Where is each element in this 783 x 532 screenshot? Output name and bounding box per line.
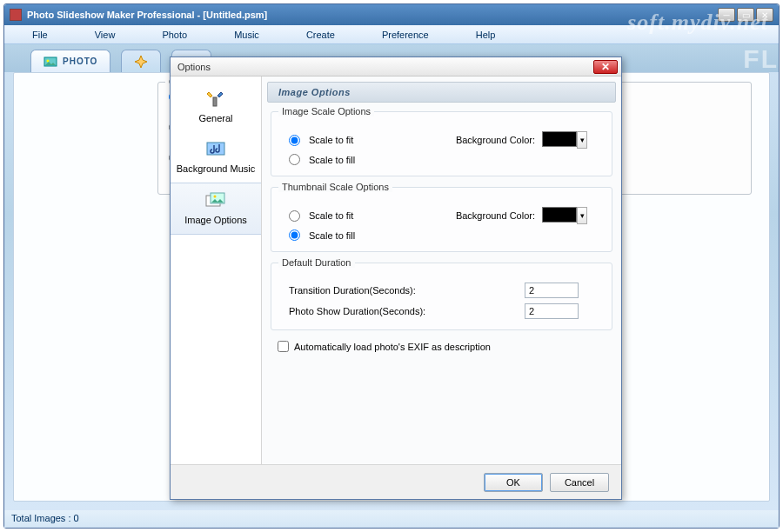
menu-view[interactable]: View [88, 25, 123, 43]
tab-photo[interactable]: PHOTO [30, 50, 110, 72]
tools-icon [204, 89, 228, 110]
nav-background-music[interactable]: Background Music [171, 132, 261, 183]
dialog-titlebar[interactable]: Options ✕ [171, 57, 621, 76]
section-title: Thumbnail Scale Options [278, 182, 392, 192]
transition-duration-input[interactable] [525, 283, 579, 298]
svg-rect-2 [213, 97, 217, 106]
radio-label: Scale to fit [309, 210, 353, 221]
dialog-nav: General Background Music Image Options [171, 76, 262, 464]
tab-2[interactable] [121, 50, 161, 72]
menu-preference[interactable]: Preference [375, 25, 436, 43]
dialog-button-bar: OK Cancel [171, 464, 621, 499]
nav-label: Image Options [184, 215, 247, 225]
close-button[interactable]: ✕ [756, 8, 773, 22]
thumb-bg-color-swatch[interactable] [542, 207, 577, 223]
menu-create[interactable]: Create [299, 25, 342, 43]
thumbnail-scale-section: Thumbnail Scale Options Scale to fit Bac… [271, 187, 612, 252]
tab-label: PHOTO [63, 57, 97, 66]
menu-music[interactable]: Music [227, 25, 266, 43]
photo-icon [44, 55, 57, 69]
image-scale-section: Image Scale Options Scale to fit Backgro… [271, 111, 612, 176]
cancel-button[interactable]: Cancel [550, 473, 609, 492]
options-dialog: Options ✕ General Background Music Image… [170, 57, 622, 500]
chevron-down-icon[interactable]: ▾ [577, 131, 587, 149]
menu-photo[interactable]: Photo [155, 25, 194, 43]
sparkle-icon [134, 55, 148, 69]
dialog-close-button[interactable]: ✕ [593, 60, 618, 74]
image-bg-color-swatch[interactable] [542, 131, 577, 147]
photo-duration-input[interactable] [525, 303, 579, 319]
titlebar[interactable]: Photo Slideshow Maker Professional - [Un… [4, 4, 779, 25]
app-icon [10, 9, 22, 21]
thumb-scale-fill-radio[interactable] [289, 229, 300, 241]
nav-label: General [198, 113, 232, 123]
dialog-content: Image Options Image Scale Options Scale … [262, 76, 621, 464]
maximize-button[interactable]: ▭ [737, 8, 754, 22]
bg-color-label: Background Color: [456, 210, 535, 221]
nav-general[interactable]: General [171, 82, 261, 132]
music-icon [204, 139, 228, 160]
menu-file[interactable]: File [25, 25, 55, 43]
bg-color-label: Background Color: [456, 135, 535, 145]
nav-label: Background Music [177, 163, 256, 174]
statusbar: Total Images : 0 [4, 510, 779, 528]
image-icon [204, 190, 228, 211]
image-scale-fit-radio[interactable] [289, 135, 300, 146]
menu-help[interactable]: Help [469, 25, 503, 43]
svg-point-6 [214, 196, 217, 198]
section-title: Image Scale Options [278, 106, 374, 116]
window-title: Photo Slideshow Maker Professional - [Un… [27, 10, 718, 20]
image-scale-fill-radio[interactable] [289, 154, 300, 165]
chevron-down-icon[interactable]: ▾ [577, 207, 587, 224]
radio-label: Scale to fill [309, 155, 355, 165]
transition-duration-label: Transition Duration(Seconds): [289, 285, 416, 296]
ok-button[interactable]: OK [484, 473, 543, 492]
menubar: File View Photo Music Create Preference … [4, 25, 779, 44]
nav-image-options[interactable]: Image Options [171, 183, 261, 235]
photo-duration-label: Photo Show Duration(Seconds): [289, 306, 425, 316]
dialog-title: Options [177, 62, 593, 72]
default-duration-section: Default Duration Transition Duration(Sec… [271, 263, 612, 330]
radio-label: Scale to fill [309, 230, 355, 241]
checkbox-label: Automatically load photo's EXIF as descr… [294, 342, 491, 352]
section-title: Default Duration [278, 257, 355, 268]
minimize-button[interactable]: ─ [718, 8, 735, 22]
panel-header: Image Options [267, 82, 616, 103]
auto-exif-checkbox[interactable] [278, 341, 289, 352]
radio-label: Scale to fit [309, 135, 353, 145]
thumb-scale-fit-radio[interactable] [289, 210, 300, 222]
